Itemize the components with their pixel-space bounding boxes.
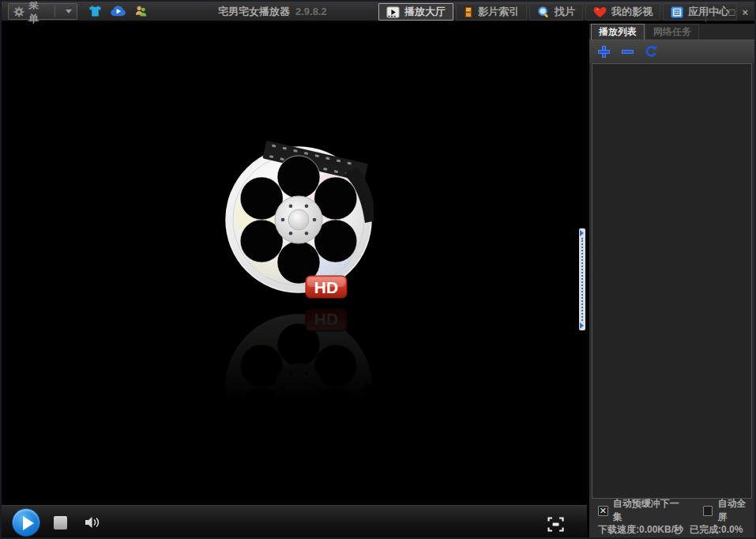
tshirt-icon[interactable]: [87, 4, 103, 18]
playlist-panel: [592, 63, 752, 499]
gear-icon: [13, 6, 24, 17]
loop-icon: [645, 45, 658, 58]
play-hall-icon: [386, 6, 400, 18]
tab-network-tasks[interactable]: 网络任务: [645, 24, 699, 40]
film-index-icon: [464, 6, 473, 18]
close-button[interactable]: ×: [742, 7, 748, 17]
main-nav: 播放大厅 影片索引 找片: [378, 3, 737, 21]
play-button[interactable]: [12, 508, 40, 537]
collapse-arrow-top-icon: [580, 230, 584, 236]
tab-label: 网络任务: [653, 26, 691, 37]
nav-label: 我的影视: [611, 5, 653, 19]
hd-badge: HD: [306, 309, 347, 331]
svg-text:HD: HD: [314, 311, 338, 329]
users-icon[interactable]: [133, 4, 149, 18]
titlebar: 菜单 宅男宅女播放器2.9.8.2: [2, 2, 754, 22]
collapse-arrow-bottom-icon: [580, 322, 584, 329]
video-display-area: HD: [2, 24, 587, 503]
chevron-down-icon: [66, 9, 72, 13]
playback-controlbar: [2, 503, 587, 539]
nav-label: 播放大厅: [404, 5, 446, 19]
minus-icon: [621, 45, 634, 58]
svg-text:HD: HD: [314, 278, 338, 296]
app-title: 宅男宅女播放器2.9.8.2: [218, 2, 327, 22]
heart-icon: [593, 6, 607, 18]
cloud-play-icon[interactable]: [110, 4, 126, 18]
menu-button[interactable]: 菜单: [8, 3, 77, 20]
minimize-button[interactable]: –: [716, 7, 721, 17]
film-reel-logo: HD: [224, 134, 374, 303]
nav-button-find-film[interactable]: 找片: [529, 3, 583, 21]
download-speed-text: 下载速度:0.00KB/秒: [598, 523, 683, 537]
nav-label: 找片: [555, 5, 575, 19]
tab-label: 播放列表: [599, 26, 637, 37]
menu-divider: [55, 6, 55, 17]
tab-playlist[interactable]: 播放列表: [591, 24, 645, 40]
quick-launch-icons: [87, 4, 149, 18]
app-version: 2.9.8.2: [295, 6, 327, 17]
nav-button-film-index[interactable]: 影片索引: [456, 3, 527, 21]
search-icon: [537, 6, 550, 18]
checkbox-auto-prebuffer[interactable]: ✕: [598, 506, 608, 516]
window-controls: – □ ×: [705, 2, 748, 22]
remove-button[interactable]: [621, 45, 634, 58]
hd-badge: HD: [306, 276, 347, 298]
refresh-button[interactable]: [645, 45, 658, 58]
nav-label: 影片索引: [478, 5, 519, 19]
add-button[interactable]: [597, 45, 611, 58]
reel-hub: [275, 196, 322, 243]
sidebar-splitter-handle[interactable]: [579, 228, 585, 330]
playlist-toolbar: [589, 40, 754, 63]
playback-options: ✕ 自动预缓冲下一集 自动全屏: [589, 501, 754, 520]
stop-button[interactable]: [54, 516, 67, 530]
app-title-text: 宅男宅女播放器: [218, 6, 290, 17]
nav-button-my-videos[interactable]: 我的影视: [585, 3, 660, 21]
volume-button[interactable]: [84, 515, 103, 530]
download-statusbar: 下载速度:0.00KB/秒 已完成:0.0%: [589, 520, 754, 539]
plus-icon: [597, 45, 611, 58]
sidebar-tabs: 播放列表 网络任务: [589, 24, 754, 40]
play-icon: [23, 516, 34, 530]
app-center-icon: [671, 6, 683, 18]
reel-hub: [275, 364, 322, 411]
fullscreen-button[interactable]: [547, 517, 564, 532]
nav-button-play-hall[interactable]: 播放大厅: [378, 3, 453, 21]
splitter-dots: [581, 238, 583, 321]
sidebar: 播放列表 网络任务 ✕: [587, 24, 754, 539]
reel-reflection: HD: [224, 303, 374, 473]
maximize-button[interactable]: □: [729, 7, 735, 17]
checkbox-auto-fullscreen[interactable]: [703, 506, 713, 516]
menu-label: 菜单: [28, 0, 46, 26]
app-window: 菜单 宅男宅女播放器2.9.8.2: [0, 0, 756, 539]
fullscreen-icon: [547, 517, 564, 532]
speaker-icon: [84, 515, 103, 530]
completed-text: 已完成:0.0%: [690, 523, 743, 537]
